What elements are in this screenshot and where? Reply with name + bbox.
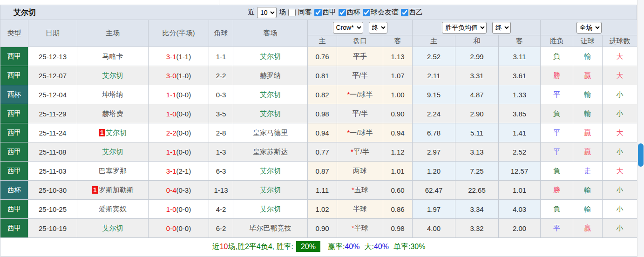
avg-home-cell: 62.47 xyxy=(413,181,455,200)
bookmaker-select-cell: Crow* 终 xyxy=(308,20,413,35)
avg-away-cell: 3.85 xyxy=(499,104,541,123)
segunda-checkbox[interactable] xyxy=(401,9,408,16)
col-header-corner: 角球 xyxy=(209,20,233,47)
same-opponent-label: 同客 xyxy=(298,8,312,17)
avg-away-cell: 12.57 xyxy=(499,162,541,181)
col-header-score: 比分(半场) xyxy=(149,20,209,47)
bookmaker-select[interactable]: Crow* xyxy=(333,22,363,34)
halftime-score: (0-3) xyxy=(176,186,191,194)
corners-cell: 6-3 xyxy=(209,162,233,181)
fulltime-score: 1-0 xyxy=(166,110,176,118)
odds-away-cell: 1.00 xyxy=(383,85,413,104)
avg-away-cell: 2.00 xyxy=(499,219,541,238)
odds-away-cell: 0.94 xyxy=(383,123,413,142)
away-team-name: 艾尔切 xyxy=(260,186,281,194)
goals-result-cell: 大 xyxy=(603,66,637,85)
handicap-result-cell: 走 xyxy=(573,162,603,181)
table-row: 西杯 25-10-30 1罗斯加勒斯 0-4(0-3) 1-13 艾尔切 1.1… xyxy=(0,181,637,200)
home-team-cell: 艾尔切 xyxy=(77,219,149,238)
filter-controls: 近 10 场 同客 西甲 西杯 球会友谊 西乙 xyxy=(248,5,423,20)
avg-draw-cell: 7.25 xyxy=(455,162,499,181)
halftime-score: (0-0) xyxy=(176,129,191,137)
match-history-table: 类型 日期 主场 比分(半场) 角球 客场 Crow* 终 胜平负均值 xyxy=(0,20,637,257)
odds-away-cell: 0.86 xyxy=(383,200,413,219)
away-team-name: 赫罗纳 xyxy=(260,71,281,79)
home-team-cell: 巴塞罗那 xyxy=(77,162,149,181)
match-type-badge: 西甲 xyxy=(0,142,28,162)
handicap-result-cell: 輸 xyxy=(573,47,603,66)
wdl-result-cell: 勝 xyxy=(541,181,573,200)
goals-result-cell: 小 xyxy=(603,85,637,104)
copa-checkbox[interactable] xyxy=(339,9,346,16)
avg-home-cell: 2.97 xyxy=(413,142,455,162)
corners-cell: 1-1 xyxy=(209,47,233,66)
corners-cell: 2-2 xyxy=(209,66,233,85)
avg-odds-select[interactable]: 胜平负均值 xyxy=(442,22,487,34)
friendly-checkbox[interactable] xyxy=(363,9,370,16)
match-type-badge: 西甲 xyxy=(0,200,28,219)
subheader-goals: 进球数 xyxy=(603,35,637,47)
scrollbar-track[interactable] xyxy=(637,0,644,257)
halftime-score: (0-0) xyxy=(176,91,191,99)
avg-away-cell: 2.52 xyxy=(499,142,541,162)
match-type-badge: 西杯 xyxy=(0,85,28,104)
handicap-text: 两球 xyxy=(353,167,367,175)
subheader-avg-draw: 和 xyxy=(455,35,499,47)
odds-away-cell: 0.98 xyxy=(383,219,413,238)
laliga-checkbox[interactable] xyxy=(314,9,322,16)
avg-time-select[interactable]: 终 xyxy=(492,22,511,34)
handicap-cell: 平/半 xyxy=(337,66,383,85)
win-rate-badge: 20% xyxy=(296,241,320,252)
home-team-cell: 坤塔纳 xyxy=(77,85,149,104)
fulltime-score: 1-1 xyxy=(166,91,176,99)
scrollbar-thumb[interactable] xyxy=(638,143,644,167)
over-rate-value: 40% xyxy=(374,243,389,250)
odds-home-cell: 1.11 xyxy=(308,181,337,200)
avg-draw-cell: 3.31 xyxy=(455,66,499,85)
bookmaker-time-select[interactable]: 终 xyxy=(369,22,387,34)
score-cell: 0-0(0-0) xyxy=(149,219,209,238)
avg-away-cell: 3.61 xyxy=(499,66,541,85)
col-header-away: 客场 xyxy=(233,20,308,47)
home-team-name: 艾尔切 xyxy=(102,71,123,79)
match-history-panel: 艾尔切 近 10 场 同客 西甲 西杯 球会友谊 西乙 xyxy=(0,0,644,257)
subheader-avg-away: 客 xyxy=(499,35,541,47)
col-header-date: 日期 xyxy=(28,20,77,47)
score-cell: 2-2(0-0) xyxy=(149,123,209,142)
table-row: 西甲 25-10-25 爱斯宾奴 1-0(0-0) 4-2 艾尔切 1.02 半… xyxy=(0,200,637,219)
corners-cell: 3-5 xyxy=(209,104,233,123)
handicap-rate-value: 40% xyxy=(345,243,359,250)
match-date: 25-10-19 xyxy=(28,219,77,238)
home-team-name: 爱斯宾奴 xyxy=(99,205,127,213)
goals-result-cell: 小 xyxy=(603,219,637,238)
avg-draw-cell: 22.65 xyxy=(455,181,499,200)
fulltime-score: 1-0 xyxy=(166,205,176,213)
match-type-badge: 西甲 xyxy=(0,66,28,85)
goals-result-cell: 小 xyxy=(603,181,637,200)
match-date: 25-11-03 xyxy=(28,162,77,181)
avg-away-cell: 3.11 xyxy=(499,47,541,66)
subheader-handicap-result: 让球 xyxy=(573,35,603,47)
away-team-name: 艾尔切 xyxy=(260,167,281,175)
halftime-score: (2-1) xyxy=(176,167,191,175)
odds-home-cell: 0.81 xyxy=(308,66,337,85)
avg-home-cell: 2.52 xyxy=(413,47,455,66)
recent-count-select[interactable]: 10 xyxy=(257,7,277,18)
avg-draw-cell: 3.34 xyxy=(455,200,499,219)
halftime-score: (0-0) xyxy=(176,110,191,118)
scope-select[interactable]: 全场 xyxy=(576,22,602,34)
away-team-cell: 艾尔切 xyxy=(233,200,308,219)
fulltime-score: 0-4 xyxy=(166,186,176,194)
handicap-result-cell: 輸 xyxy=(573,200,603,219)
away-team-cell: 赫罗纳 xyxy=(233,66,308,85)
col-header-home: 主场 xyxy=(77,20,149,47)
home-team-name: 艾尔切 xyxy=(102,148,123,156)
odds-home-cell: 0.87 xyxy=(308,162,337,181)
odds-away-cell: 0.90 xyxy=(383,104,413,123)
same-opponent-checkbox[interactable] xyxy=(288,9,296,16)
table-row: 西甲 25-11-03 巴塞罗那 3-1(2-1) 6-3 艾尔切 0.87 两… xyxy=(0,162,637,181)
wdl-result-cell: 負 xyxy=(541,104,573,123)
score-cell: 0-4(0-3) xyxy=(149,181,209,200)
match-date: 25-12-13 xyxy=(28,47,77,66)
scope-select-cell: 全场 xyxy=(541,20,637,35)
